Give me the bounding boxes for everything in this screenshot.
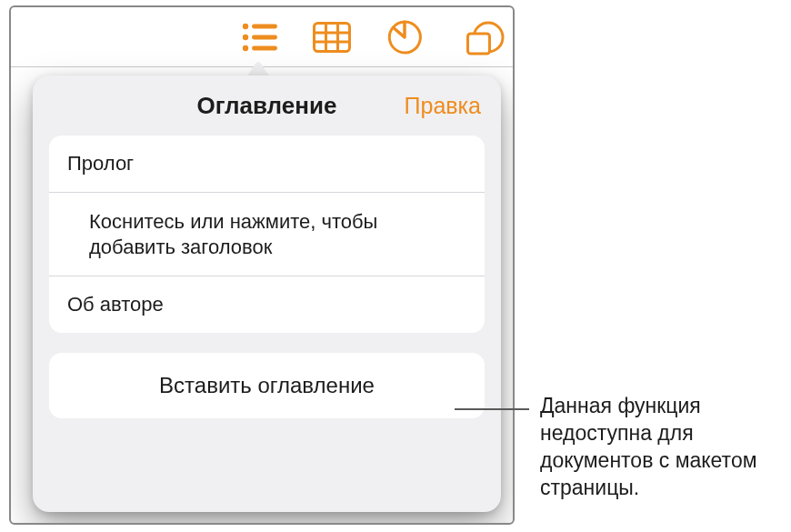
toc-popover: Оглавление Правка Пролог Коснитесь или н… — [33, 75, 501, 512]
edit-button[interactable]: Правка — [405, 75, 481, 136]
svg-point-0 — [243, 23, 248, 28]
toc-item[interactable]: Пролог — [49, 136, 485, 193]
toc-list: Пролог Коснитесь или нажмите, чтобы доба… — [49, 136, 485, 333]
svg-rect-1 — [252, 24, 277, 28]
callout-leader-line — [455, 408, 529, 410]
svg-rect-3 — [252, 35, 277, 39]
app-window: Оглавление Правка Пролог Коснитесь или н… — [9, 5, 515, 525]
svg-rect-5 — [252, 45, 277, 50]
toolbar-shape-button[interactable] — [441, 7, 514, 67]
insert-toc-button[interactable]: Вставить оглавление — [49, 353, 485, 418]
shape-icon — [466, 19, 506, 55]
callout-text: Данная функция недоступна для документов… — [540, 393, 786, 502]
toolbar-table-button[interactable] — [296, 7, 369, 67]
insert-toc-card: Вставить оглавление — [49, 353, 485, 418]
svg-rect-12 — [468, 34, 490, 54]
list-icon — [241, 22, 279, 53]
chart-icon — [386, 19, 423, 55]
toc-item[interactable]: Об авторе — [49, 276, 485, 333]
toolbar-list-button[interactable] — [224, 7, 296, 67]
table-icon — [313, 22, 351, 53]
toolbar-chart-button[interactable] — [368, 7, 441, 67]
svg-rect-6 — [315, 23, 350, 51]
popover-title: Оглавление — [197, 92, 337, 120]
toc-item[interactable]: Коснитесь или нажмите, чтобы добавить за… — [49, 193, 485, 276]
svg-point-2 — [243, 34, 248, 39]
svg-point-4 — [243, 45, 248, 50]
toolbar — [11, 7, 513, 67]
popover-header: Оглавление Правка — [33, 75, 501, 136]
